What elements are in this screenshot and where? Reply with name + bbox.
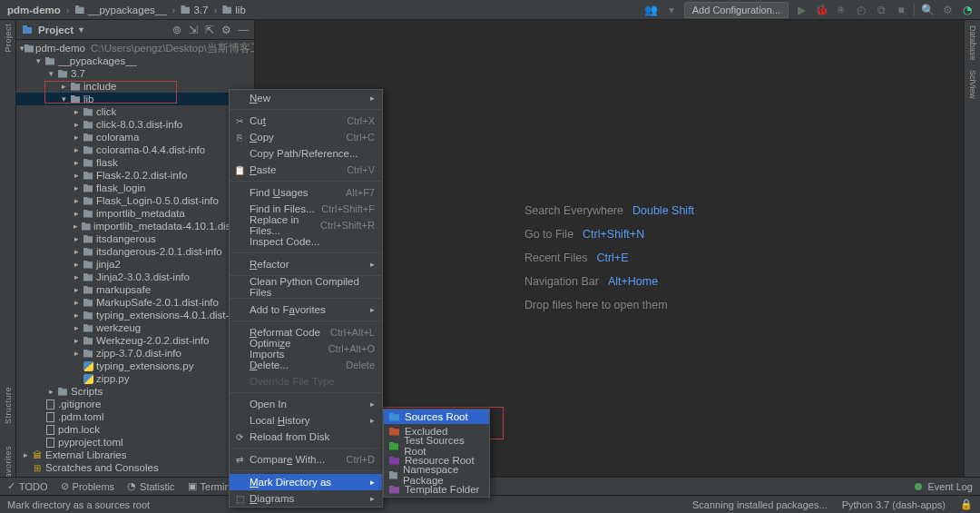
profile-icon[interactable]: ◴ — [854, 3, 868, 17]
tree-row[interactable]: ▾lib — [16, 93, 254, 105]
rail-sciview[interactable]: SciView — [968, 70, 977, 99]
menu-item[interactable]: Delete...Delete — [230, 357, 382, 373]
tree-row[interactable]: ▸itsdangerous — [16, 232, 254, 245]
tree-row[interactable]: ▸🏛External Libraries — [16, 449, 254, 461]
settings-icon[interactable]: ⚙ — [940, 3, 955, 17]
menu-item[interactable]: ⇄Compare With...Ctrl+D — [230, 451, 382, 468]
menu-item[interactable]: Copy Path/Reference... — [230, 145, 382, 162]
tree-row[interactable]: ▸Flask_Login-0.5.0.dist-info — [16, 194, 254, 207]
problems-button[interactable]: ⊘Problems — [61, 480, 114, 492]
tree-row[interactable]: zipp.py — [16, 372, 254, 385]
tree-row[interactable]: ▸colorama-0.4.4.dist-info — [16, 143, 254, 156]
breadcrumb-lib[interactable]: lib — [220, 4, 248, 16]
status-interpreter[interactable]: Python 3.7 (dash-apps) — [842, 499, 946, 510]
breadcrumb-pypackages[interactable]: __pypackages__ — [74, 4, 169, 16]
tree-label: __pypackages__ — [58, 55, 137, 66]
menu-item[interactable]: New▸ — [230, 90, 382, 106]
coverage-icon[interactable]: ⛯ — [834, 3, 848, 17]
tree-row[interactable]: pdm.lock — [16, 423, 254, 436]
tree-row[interactable]: ⊞Scratches and Consoles — [16, 461, 254, 474]
breadcrumb-sep-icon: › — [213, 5, 217, 15]
tree-row[interactable]: ▸importlib_metadata-4.10.1.dist-info — [16, 220, 254, 232]
menu-item[interactable]: ⬚Diagrams▸ — [230, 490, 382, 507]
tree-row[interactable]: .pdm.toml — [16, 410, 254, 423]
expand-all-icon[interactable]: ⇲ — [189, 24, 198, 36]
mark-directory-submenu[interactable]: Sources RootExcludedTest Sources RootRes… — [383, 409, 490, 498]
tree-row[interactable]: .gitignore — [16, 398, 254, 410]
tree-row[interactable]: ▸Scripts — [16, 385, 254, 398]
project-view-button[interactable]: Project ▼ — [22, 25, 85, 35]
submenu-item[interactable]: Template Folder — [384, 482, 489, 497]
tree-row[interactable]: ▸Jinja2-3.0.3.dist-info — [16, 271, 254, 283]
folder-icon — [82, 146, 94, 154]
context-menu[interactable]: New▸✂CutCtrl+X⎘CopyCtrl+CCopy Path/Refer… — [229, 89, 383, 508]
breadcrumb-37[interactable]: 3.7 — [179, 4, 210, 16]
tree-row[interactable]: ▸include — [16, 80, 254, 93]
tree-row[interactable]: ▾3.7 — [16, 67, 254, 80]
status-lock-icon[interactable]: 🔒 — [960, 498, 973, 510]
locate-icon[interactable]: ⊚ — [172, 24, 181, 36]
search-icon[interactable]: 🔍 — [920, 3, 935, 17]
tree-row[interactable]: ▸zipp-3.7.0.dist-info — [16, 347, 254, 360]
tree-row[interactable]: ▾__pypackages__ — [16, 54, 254, 67]
tree-row[interactable]: ▸typing_extensions-4.0.1.dist-info — [16, 309, 254, 321]
tree-row[interactable]: ▸flask — [16, 156, 254, 169]
run-icon[interactable]: ▶ — [794, 3, 808, 17]
menu-item[interactable]: Open In▸ — [230, 396, 382, 412]
ide-icon[interactable]: ◔ — [960, 3, 975, 17]
menu-item[interactable]: Optimize ImportsCtrl+Alt+O — [230, 340, 382, 357]
tree-label: jinja2 — [96, 259, 121, 270]
rail-database[interactable]: Database — [968, 25, 977, 61]
menu-item[interactable]: Find UsagesAlt+F7 — [230, 184, 382, 201]
submenu-item[interactable]: Namespace Package — [384, 468, 489, 482]
tree-row[interactable]: ▾pdm-demoC:\Users\pengz\Desktop\当斯博客工作台\… — [16, 42, 254, 54]
submenu-item[interactable]: Test Sources Root — [384, 439, 489, 453]
menu-item[interactable]: Inspect Code... — [230, 233, 382, 250]
tree-row[interactable]: pyproject.toml — [16, 436, 254, 449]
stop-icon[interactable]: ■ — [894, 3, 908, 17]
tip-shortcut: Double Shift — [632, 204, 694, 217]
tree-row[interactable]: ▸importlib_metadata — [16, 207, 254, 220]
tree-arrow-icon: ▸ — [20, 450, 31, 459]
menu-item[interactable]: 📋PasteCtrl+V — [230, 162, 382, 178]
hide-icon[interactable]: — — [239, 24, 250, 36]
tree-row[interactable]: ▸markupsafe — [16, 283, 254, 296]
menu-item[interactable]: Refactor▸ — [230, 256, 382, 272]
rail-project[interactable]: Project — [4, 24, 13, 53]
tree-row[interactable]: ▸Werkzeug-2.0.2.dist-info — [16, 334, 254, 347]
concurrency-icon[interactable]: ⧉ — [874, 3, 888, 17]
rail-structure[interactable]: Structure — [4, 387, 13, 424]
menu-item[interactable]: ⟳Reload from Disk — [230, 429, 382, 445]
tree-row[interactable]: ▸werkzeug — [16, 321, 254, 334]
tree-row[interactable]: typing_extensions.py — [16, 360, 254, 372]
menu-item[interactable]: Local History▸ — [230, 412, 382, 429]
todo-button[interactable]: ✓TODO — [7, 480, 48, 492]
gear-icon[interactable]: ⚙ — [221, 24, 231, 36]
submenu-item[interactable]: Sources Root — [384, 409, 489, 424]
menu-item[interactable]: Replace in Files...Ctrl+Shift+R — [230, 217, 382, 233]
project-tree[interactable]: ▾pdm-demoC:\Users\pengz\Desktop\当斯博客工作台\… — [16, 40, 254, 495]
tree-row[interactable]: ▸MarkupSafe-2.0.1.dist-info — [16, 296, 254, 309]
tree-row[interactable]: ▸jinja2 — [16, 258, 254, 271]
tree-row[interactable]: ▸click — [16, 105, 254, 118]
menu-item[interactable]: Clean Python Compiled Files — [230, 279, 382, 295]
add-configuration-button[interactable]: Add Configuration... — [684, 2, 789, 18]
tree-row[interactable]: ▸flask_login — [16, 182, 254, 194]
tree-row[interactable]: ▸Flask-2.0.2.dist-info — [16, 169, 254, 182]
collapse-all-icon[interactable]: ⇱ — [205, 24, 214, 36]
tree-row[interactable]: ▸itsdangerous-2.0.1.dist-info — [16, 245, 254, 258]
menu-item[interactable]: ⎘CopyCtrl+C — [230, 129, 382, 145]
menu-item[interactable]: Add to Favorites▸ — [230, 301, 382, 318]
menu-label: Cut — [250, 115, 266, 126]
menu-item[interactable]: ✂CutCtrl+X — [230, 113, 382, 129]
event-log-button[interactable]: Event Log — [927, 481, 973, 492]
menu-item[interactable]: Mark Directory as▸ — [230, 474, 382, 490]
tree-row[interactable]: ▸click-8.0.3.dist-info — [16, 118, 254, 131]
users-icon[interactable]: 👥 — [644, 3, 659, 17]
bb-label: Statistic — [140, 481, 175, 492]
tree-label: zipp.py — [96, 373, 129, 384]
debug-icon[interactable]: 🐞 — [814, 3, 828, 17]
breadcrumb-root[interactable]: pdm-demo — [5, 4, 63, 16]
statistic-button[interactable]: ◔Statistic — [127, 480, 175, 492]
tree-row[interactable]: ▸colorama — [16, 131, 254, 143]
